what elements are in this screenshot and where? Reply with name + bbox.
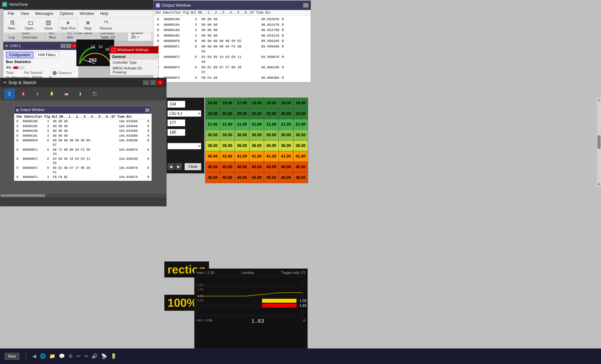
menu-file[interactable]: File — [5, 10, 17, 17]
snip-output-minimize-button[interactable]: — — [145, 108, 150, 112]
table-cell[interactable]: 18.00 — [293, 98, 308, 108]
table-cell[interactable]: 41.00 — [235, 151, 250, 162]
table-cell[interactable]: 30.00 — [235, 130, 250, 140]
table-cell[interactable]: 20.00 — [293, 108, 308, 119]
taskbar-icon-5[interactable]: ⚙ — [68, 353, 73, 359]
table-cell[interactable]: 20.00 — [279, 108, 293, 119]
snip-close-button[interactable]: ✕ — [157, 80, 163, 85]
table-cell[interactable]: 40.00 — [220, 162, 235, 172]
menu-messages[interactable]: Messages — [33, 10, 56, 17]
table-cell[interactable]: 36.00 — [279, 140, 293, 151]
table-cell[interactable]: 41.00 — [220, 151, 235, 162]
table-cell[interactable]: 40.00 — [220, 172, 235, 183]
table-cell[interactable]: 40.00 — [279, 172, 293, 183]
table-cell[interactable]: 40.00 — [235, 172, 250, 183]
table-cell[interactable]: 30.00 — [293, 130, 308, 140]
table-cell[interactable]: 40.00 — [250, 162, 264, 172]
table-cell[interactable]: 20.00 — [250, 108, 264, 119]
toolbar-stop-button[interactable]: Stop — [81, 19, 95, 31]
table-cell[interactable]: 21.00 — [205, 119, 220, 130]
snip-highlighter-tool[interactable] — [19, 89, 29, 99]
snip-pen-tool[interactable] — [33, 89, 43, 99]
table-cell[interactable]: 40.00 — [264, 162, 279, 172]
table-cell[interactable]: 40.00 — [293, 162, 308, 172]
right-scrollbar[interactable]: ▲ ▼ — [597, 98, 601, 187]
menu-help[interactable]: Help — [98, 10, 111, 17]
tab-log[interactable]: Log — [5, 34, 18, 41]
nav-next-button[interactable]: ▶ — [175, 163, 182, 170]
settings-input-1[interactable] — [168, 101, 185, 108]
toolbar-save-button[interactable]: Save — [42, 19, 55, 31]
table-cell[interactable]: 30.00 — [279, 130, 293, 140]
settings-lsu-dropdown[interactable]: LSU 4.2 LSU 4.9 NTK — [168, 110, 201, 117]
toolbar-new-button[interactable]: New... — [6, 19, 19, 31]
table-cell[interactable]: 40.00 — [279, 162, 293, 172]
table-cell[interactable]: 21.00 — [264, 119, 279, 130]
table-cell[interactable]: 41.00 — [264, 151, 279, 162]
settings-input-2[interactable] — [168, 119, 185, 126]
taskbar-icon-2[interactable]: 🌐 — [40, 353, 46, 359]
table-cell[interactable]: 36.00 — [235, 140, 250, 151]
table-cell[interactable]: 36.00 — [264, 140, 279, 151]
taskbar-icon-6[interactable]: ↩ — [76, 353, 80, 359]
table-cell[interactable]: 21.00 — [293, 119, 308, 130]
table-cell[interactable]: 30.00 — [250, 130, 264, 140]
can1-minimize-button[interactable]: — — [61, 44, 66, 48]
table-cell[interactable]: 41.00 — [293, 151, 308, 162]
table-cell[interactable]: 20.00 — [205, 108, 220, 119]
scroll-down-arrow[interactable]: ▼ — [597, 182, 601, 187]
snip-minimize-button[interactable]: — — [143, 80, 149, 85]
toolbar-startrun-button[interactable]: Start Run — [59, 19, 78, 31]
snip-touch-tool[interactable] — [5, 89, 14, 99]
snip-yellow-highlighter-tool[interactable] — [47, 89, 57, 99]
scroll-up-arrow[interactable]: ▲ — [597, 98, 601, 102]
output-window-main-content[interactable]: 000000100300 00 0090.052030R 00000010430… — [153, 16, 311, 82]
wideband-controller-type-item[interactable]: Controller Type — [110, 60, 158, 66]
table-cell[interactable]: 20.00 — [264, 108, 279, 119]
snip-crop-tool[interactable] — [90, 89, 100, 99]
table-cell[interactable]: 21.00 — [279, 119, 293, 130]
table-cell[interactable]: 41.00 — [279, 151, 293, 162]
table-cell[interactable]: 14.00 — [205, 98, 220, 108]
tab-main-overview[interactable]: Main Overview — [19, 33, 45, 41]
taskbar-icon-3[interactable]: 📁 — [49, 353, 55, 359]
taskbar-icon-8[interactable]: 🔊 — [91, 353, 98, 359]
taskbar-icon-1[interactable]: ◀ — [32, 353, 36, 359]
table-cell[interactable]: 40.00 — [205, 162, 220, 172]
snip-eraser-tool[interactable] — [61, 89, 71, 99]
table-cell[interactable]: 18.00 — [279, 98, 293, 108]
table-cell[interactable]: 18.00 — [250, 98, 264, 108]
nav-prev-button[interactable]: ◀ — [168, 163, 174, 170]
table-cell[interactable]: 40.00 — [250, 172, 264, 183]
table-cell[interactable]: 21.00 — [250, 119, 264, 130]
table-cell[interactable]: 40.00 — [205, 172, 220, 183]
table-cell[interactable]: 17.00 — [235, 98, 250, 108]
table-cell[interactable]: 41.00 — [250, 151, 264, 162]
table-cell[interactable]: 40.00 — [205, 151, 220, 162]
can1-close-button[interactable]: ✕ — [72, 44, 77, 48]
settings-extra-dropdown[interactable] — [168, 143, 201, 149]
snip-maximize-button[interactable]: □ — [150, 80, 156, 85]
settings-close-button[interactable]: Close — [185, 163, 201, 170]
table-cell[interactable]: 18.00 — [264, 98, 279, 108]
table-cell[interactable]: 21.00 — [220, 119, 235, 130]
snip-output-content[interactable]: Chn Identifier Flg DLC D0...1...2...3...… — [14, 114, 151, 181]
table-cell[interactable]: 20.00 — [235, 108, 250, 119]
menu-options[interactable]: Options — [57, 10, 76, 17]
taskbar-icon-7[interactable]: ↪ — [84, 353, 88, 359]
wideband-activate-powerup-item[interactable]: WBO2 Activate On Powerup — [110, 66, 158, 75]
taskbar-icon-4[interactable]: 💬 — [59, 353, 65, 359]
can1-configuration-tab[interactable]: Configuration — [6, 52, 33, 58]
table-cell[interactable]: 30.00 — [205, 130, 220, 140]
scrollbar-thumb[interactable] — [597, 135, 601, 149]
tab-m3-mux[interactable]: M3 Mux — [46, 33, 63, 41]
tab-ignition-2d-close[interactable]: ✕ — [137, 36, 140, 39]
taskbar-icon-10[interactable]: 🔋 — [110, 353, 117, 359]
toolbar-rescan-button[interactable]: Rescan — [98, 19, 114, 31]
can1-hwfilters-tab[interactable]: H/W Filters — [35, 52, 58, 58]
table-cell[interactable]: 36.00 — [250, 140, 264, 151]
table-cell[interactable]: 36.00 — [220, 140, 235, 151]
tab-ignition-2d[interactable]: Ignition 2D ✕ — [128, 33, 152, 41]
snip-scrollbar-thumb[interactable] — [1, 194, 45, 197]
table-cell[interactable]: 40.00 — [293, 172, 308, 183]
